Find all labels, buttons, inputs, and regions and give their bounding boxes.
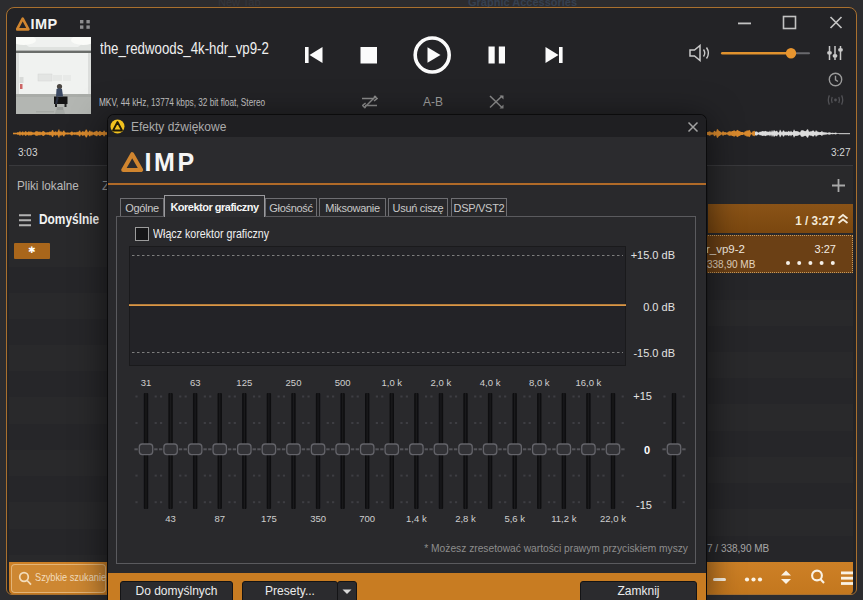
svg-text:IMP: IMP: [145, 150, 197, 174]
